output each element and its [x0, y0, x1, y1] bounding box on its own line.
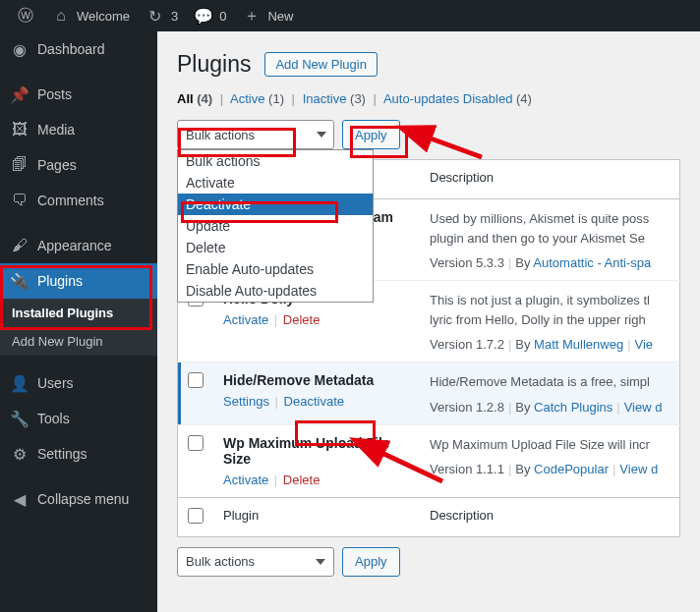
plugin-view-link[interactable]: View d: [619, 462, 658, 476]
sidebar-item-posts[interactable]: 📌Posts: [0, 77, 157, 112]
sidebar-item-users[interactable]: 👤Users: [0, 365, 157, 401]
comments[interactable]: 💬0: [186, 0, 234, 31]
plugin-by: By: [515, 255, 533, 270]
users-icon: 👤: [10, 373, 29, 393]
collapse-icon: ◀: [10, 489, 29, 509]
updates[interactable]: ↻3: [138, 0, 186, 31]
apply-button[interactable]: Apply: [342, 120, 400, 149]
page-title: Plugins: [177, 51, 251, 78]
bulk-actions-select[interactable]: Bulk actions: [177, 120, 334, 149]
table-row: Wp Maximum Upload File SizeActivate | De…: [178, 424, 680, 497]
plugin-by: By: [515, 400, 534, 415]
apply-button-bottom[interactable]: Apply: [342, 547, 400, 577]
sidebar-item-appearance[interactable]: 🖌Appearance: [0, 228, 157, 263]
bulk-option-disable-auto[interactable]: Disable Auto-updates: [178, 280, 373, 302]
admin-sidebar: ◉Dashboard 📌Posts 🖾Media 🗐Pages 🗨Comment…: [0, 31, 157, 612]
plugin-view-link[interactable]: Vie: [635, 337, 654, 352]
row-checkbox[interactable]: [188, 372, 204, 388]
row-action-delete[interactable]: Delete: [283, 312, 321, 327]
filter-active[interactable]: Active (1): [230, 91, 284, 106]
plugin-name: Hide/Remove Metadata: [223, 372, 410, 388]
plugin-meta: Version 1.2.8|By Catch Plugins|View d: [430, 400, 670, 415]
col-description[interactable]: Description: [420, 160, 680, 199]
dashboard-icon: ◉: [10, 39, 29, 59]
plugin-author-link[interactable]: CodePopular: [534, 462, 609, 476]
plugin-description: Wp Maximum Upload File Size will incr: [430, 435, 670, 455]
chevron-down-icon: [316, 559, 325, 565]
new[interactable]: ＋New: [234, 0, 301, 31]
bulk-selected-label-bottom: Bulk actions: [186, 554, 255, 569]
wp-logo[interactable]: ⓦ: [8, 0, 43, 31]
row-actions: Activate | Delete: [223, 473, 410, 487]
bulk-option-bulk-actions[interactable]: Bulk actions: [178, 150, 373, 172]
plugin-meta: Version 5.3.3|By Automattic - Anti-spa: [430, 255, 670, 270]
row-action-deactivate[interactable]: Deactivate: [284, 394, 344, 409]
bulk-actions-dropdown: Bulk actions Activate Deactivate Update …: [177, 149, 374, 303]
tools-icon: 🔧: [10, 409, 29, 428]
submenu-installed-plugins[interactable]: Installed Plugins: [0, 299, 157, 327]
sidebar-item-media[interactable]: 🖾Media: [0, 112, 157, 147]
plugin-view-link[interactable]: View d: [624, 400, 663, 415]
plugin-version: Version 1.1.1: [430, 462, 504, 476]
bulk-option-delete[interactable]: Delete: [178, 237, 373, 258]
wordpress-icon: ⓦ: [16, 6, 35, 26]
bulk-selected-label: Bulk actions: [186, 128, 255, 142]
pin-icon: 📌: [10, 84, 29, 104]
plugin-version: Version 1.7.2: [430, 337, 504, 352]
admin-bar: ⓦ ⌂Welcome ↻3 💬0 ＋New: [0, 0, 700, 31]
filter-auto-updates[interactable]: Auto-updates Disabled (4): [383, 91, 532, 106]
sidebar-item-label: Comments: [37, 193, 104, 208]
plugin-meta: Version 1.7.2|By Matt Mullenweg|Vie: [430, 337, 670, 352]
sidebar-item-plugins[interactable]: 🔌Plugins: [0, 263, 157, 299]
col-description-foot: Description: [420, 497, 680, 536]
site-home[interactable]: ⌂Welcome: [43, 0, 138, 31]
col-plugin-foot: Plugin: [213, 497, 420, 536]
bulk-actions-select-bottom[interactable]: Bulk actions: [177, 547, 334, 577]
row-action-activate[interactable]: Activate: [223, 312, 268, 327]
row-action-delete[interactable]: Delete: [283, 473, 321, 487]
plugin-by: By: [515, 462, 534, 476]
page-icon: 🗐: [10, 155, 29, 175]
sidebar-item-tools[interactable]: 🔧Tools: [0, 401, 157, 436]
bulk-option-deactivate[interactable]: Deactivate: [178, 194, 373, 215]
refresh-icon: ↻: [146, 6, 165, 26]
collapse-label: Collapse menu: [37, 491, 129, 507]
sidebar-item-comments[interactable]: 🗨Comments: [0, 183, 157, 218]
plugin-description: This is not just a plugin, it symbolizes…: [430, 291, 670, 329]
plugin-meta: Version 1.1.1|By CodePopular|View d: [430, 462, 670, 476]
comments-count: 0: [219, 9, 226, 24]
sidebar-item-label: Tools: [37, 411, 70, 426]
comment-icon: 🗨: [10, 191, 29, 210]
sidebar-item-label: Pages: [37, 157, 77, 173]
plugin-description: Hide/Remove Metadata is a free, simpl: [430, 372, 670, 392]
sidebar-item-label: Plugins: [37, 273, 83, 289]
media-icon: 🖾: [10, 120, 29, 139]
sidebar-item-settings[interactable]: ⚙Settings: [0, 436, 157, 472]
submenu-add-new-plugin[interactable]: Add New Plugin: [0, 327, 157, 356]
row-action-settings[interactable]: Settings: [223, 394, 269, 409]
add-new-plugin-button[interactable]: Add New Plugin: [264, 52, 378, 77]
bulk-option-enable-auto[interactable]: Enable Auto-updates: [178, 258, 373, 280]
row-checkbox[interactable]: [188, 435, 204, 451]
row-actions: Activate | Delete: [223, 312, 410, 327]
select-all-bottom[interactable]: [188, 508, 204, 524]
bulk-option-update[interactable]: Update: [178, 215, 373, 237]
sidebar-item-dashboard[interactable]: ◉Dashboard: [0, 31, 157, 67]
row-action-activate[interactable]: Activate: [223, 473, 268, 487]
site-name: Welcome: [77, 9, 130, 24]
sidebar-item-pages[interactable]: 🗐Pages: [0, 147, 157, 183]
plugin-filters: All (4) | Active (1) | Inactive (3) | Au…: [177, 91, 680, 106]
plugin-author-link[interactable]: Catch Plugins: [534, 400, 612, 415]
sidebar-item-label: Dashboard: [37, 41, 105, 57]
sidebar-item-label: Settings: [37, 446, 88, 462]
sidebar-item-label: Users: [37, 375, 74, 391]
bulk-option-activate[interactable]: Activate: [178, 172, 373, 194]
filter-all[interactable]: All (4): [177, 91, 212, 106]
plugin-author-link[interactable]: Matt Mullenweg: [534, 337, 623, 352]
collapse-menu[interactable]: ◀Collapse menu: [0, 481, 157, 517]
sidebar-item-label: Appearance: [37, 238, 112, 253]
plugin-author-link[interactable]: Automattic - Anti-spa: [533, 255, 651, 270]
new-label: New: [267, 9, 293, 24]
filter-inactive[interactable]: Inactive (3): [303, 91, 366, 106]
plug-icon: 🔌: [10, 271, 29, 291]
